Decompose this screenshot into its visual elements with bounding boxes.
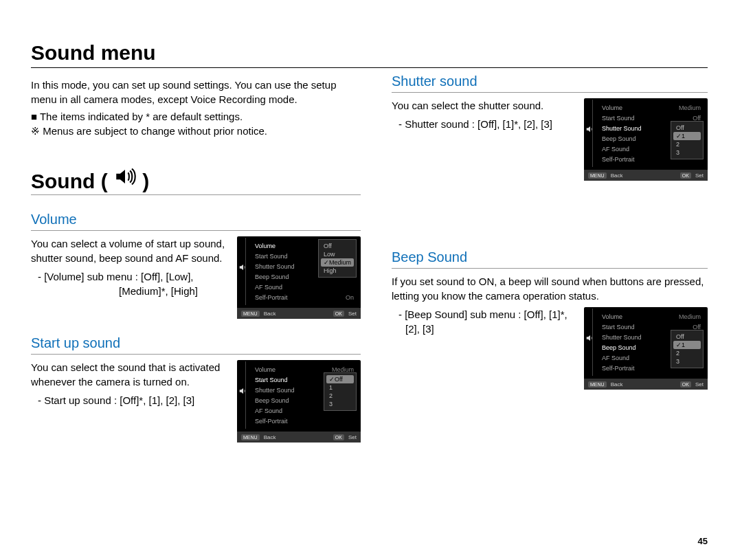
beep-heading: Beep Sound <box>392 249 708 269</box>
cam-item-shuttersound[interactable]: Shutter Sound <box>602 125 642 132</box>
cam-footer: MENU Back OK Set <box>237 432 361 443</box>
cam-item-selfportrait[interactable]: Self-Portrait <box>255 418 288 425</box>
shutter-submenu: - Shutter sound : [Off], [1]*, [2], [3] <box>398 117 574 131</box>
cam-item-selfportrait[interactable]: Self-Portrait <box>602 365 635 372</box>
cam-beep-opt-off[interactable]: Off <box>673 333 701 341</box>
cam-volume: Volume Start Sound Shutter Sound Beep So… <box>237 236 361 319</box>
two-columns: In this mode, you can set up sound setti… <box>31 74 708 443</box>
cam-item-shuttersound[interactable]: Shutter Sound <box>602 334 642 341</box>
cam-startup-opt-off[interactable]: ✓Off <box>326 375 354 383</box>
cam-item-beepsound[interactable]: Beep Sound <box>255 273 289 280</box>
page-number: 45 <box>698 536 708 546</box>
startup-desc: You can select the sound that is activat… <box>31 360 227 389</box>
cam-volume-opt-off[interactable]: Off <box>321 242 354 250</box>
volume-heading: Volume <box>31 212 361 231</box>
cam-footer: MENU Back OK Set <box>584 170 708 181</box>
startup-row: You can select the sound that is activat… <box>31 360 361 443</box>
cam-set[interactable]: Set <box>348 434 357 440</box>
sound-heading: Sound ( ) <box>31 165 361 195</box>
sound-heading-text: Sound ( ) <box>31 165 149 193</box>
cam-item-startsound[interactable]: Start Sound <box>255 377 288 383</box>
cam-volume-popup: Off Low ✓Medium High <box>318 239 357 278</box>
cam-item-afsound[interactable]: AF Sound <box>602 355 629 361</box>
note-default: ■ The items indicated by * are default s… <box>31 111 361 122</box>
shutter-heading: Shutter sound <box>392 74 708 93</box>
beep-row: - [Beep Sound] sub menu : [Off], [1]*, [… <box>392 307 708 390</box>
cam-shutter-popup: Off ✓1 2 3 <box>671 121 704 159</box>
right-column: Shutter sound You can select the shutter… <box>392 74 708 443</box>
volume-submenu-line1: - [Volume] sub menu : [Off], [Low], <box>38 269 227 284</box>
cam-volume-opt-low[interactable]: Low <box>321 250 354 258</box>
cam-beep-opt-3[interactable]: 3 <box>673 357 701 366</box>
cam-item-shuttersound[interactable]: Shutter Sound <box>255 263 295 270</box>
speaker-icon <box>113 165 137 188</box>
cam-startup-opt-1[interactable]: 1 <box>326 383 354 392</box>
cam-shutter-opt-3[interactable]: 3 <box>673 148 701 157</box>
cam-startup-opt-2[interactable]: 2 <box>326 392 354 400</box>
cam-item-volume[interactable]: Volume <box>602 313 622 320</box>
intro-text: In this mode, you can set up sound setti… <box>31 78 361 107</box>
cam-startup-opt-3[interactable]: 3 <box>326 400 354 408</box>
cam-item-volume[interactable]: Volume <box>255 366 276 373</box>
menu-tag: MENU <box>241 311 260 317</box>
cam-beep: VolumeMedium Start SoundOff Shutter Soun… <box>584 307 708 390</box>
cam-item-startsound[interactable]: Start Sound <box>602 115 635 122</box>
cam-item-beepsound[interactable]: Beep Sound <box>255 397 289 404</box>
cam-item-volume[interactable]: Volume <box>602 104 622 111</box>
startup-heading: Start up sound <box>31 335 361 355</box>
startup-submenu: - Start up sound : [Off]*, [1], [2], [3] <box>38 393 227 407</box>
cam-item-afsound[interactable]: AF Sound <box>602 146 629 153</box>
sound-heading-open: Sound ( <box>31 170 108 192</box>
page: Sound menu In this mode, you can set up … <box>0 0 742 560</box>
shutter-row: You can select the shutter sound. - Shut… <box>392 98 708 181</box>
cam-set[interactable]: Set <box>695 381 704 388</box>
cam-beep-popup: Off ✓1 2 3 <box>671 330 704 368</box>
volume-row: You can select a volume of start up soun… <box>31 236 361 319</box>
cam-item-startsound[interactable]: Start Sound <box>255 253 288 260</box>
beep-desc: If you set sound to ON, a beep will soun… <box>392 274 708 303</box>
ok-tag: OK <box>680 381 691 388</box>
cam-shutter-opt-off[interactable]: Off <box>673 124 701 132</box>
ok-tag: OK <box>680 172 691 179</box>
ok-tag: OK <box>333 311 344 317</box>
cam-startup-popup: ✓Off 1 2 3 <box>324 372 357 411</box>
cam-back[interactable]: Back <box>264 311 276 317</box>
shutter-desc: You can select the shutter sound. <box>392 98 574 113</box>
page-title: Sound menu <box>31 41 708 68</box>
volume-desc: You can select a volume of start up soun… <box>31 236 227 265</box>
cam-set[interactable]: Set <box>348 311 357 317</box>
cam-item-afsound[interactable]: AF Sound <box>255 284 282 291</box>
note-change: ※ Menus are subject to change without pr… <box>31 125 361 137</box>
cam-footer: MENU Back OK Set <box>237 308 361 319</box>
ok-tag: OK <box>333 434 344 440</box>
cam-beep-opt-1[interactable]: ✓1 <box>673 341 701 349</box>
cam-beep-opt-2[interactable]: 2 <box>673 349 701 357</box>
beep-submenu: - [Beep Sound] sub menu : [Off], [1]*, [… <box>398 307 574 336</box>
menu-tag: MENU <box>588 381 607 388</box>
menu-tag: MENU <box>588 172 607 179</box>
cam-back[interactable]: Back <box>264 434 276 440</box>
cam-item-selfportrait[interactable]: Self-Portrait <box>602 156 635 163</box>
cam-item-beepsound[interactable]: Beep Sound <box>602 344 636 351</box>
cam-item-shuttersound[interactable]: Shutter Sound <box>255 387 295 394</box>
cam-set[interactable]: Set <box>695 172 704 179</box>
cam-footer: MENU Back OK Set <box>584 379 708 390</box>
cam-shutter-opt-1[interactable]: ✓1 <box>673 132 701 140</box>
menu-tag: MENU <box>241 434 260 440</box>
cam-back[interactable]: Back <box>611 172 623 179</box>
cam-item-startsound[interactable]: Start Sound <box>602 324 635 331</box>
left-column: In this mode, you can set up sound setti… <box>31 74 361 443</box>
cam-item-beepsound[interactable]: Beep Sound <box>602 135 636 142</box>
cam-startup: VolumeMedium Start Sound Shutter Sound B… <box>237 360 361 443</box>
cam-volume-opt-medium[interactable]: ✓Medium <box>321 258 354 267</box>
cam-back[interactable]: Back <box>611 381 623 388</box>
cam-item-selfportrait[interactable]: Self-Portrait <box>255 294 288 301</box>
cam-shutter-opt-2[interactable]: 2 <box>673 140 701 148</box>
cam-volume-opt-high[interactable]: High <box>321 267 354 275</box>
cam-shutter: VolumeMedium Start SoundOff Shutter Soun… <box>584 98 708 181</box>
cam-item-afsound[interactable]: AF Sound <box>255 407 282 414</box>
cam-item-volume[interactable]: Volume <box>255 243 276 249</box>
volume-submenu-line2: [Medium]*, [High] <box>38 284 227 298</box>
sound-heading-close: ) <box>142 170 149 192</box>
